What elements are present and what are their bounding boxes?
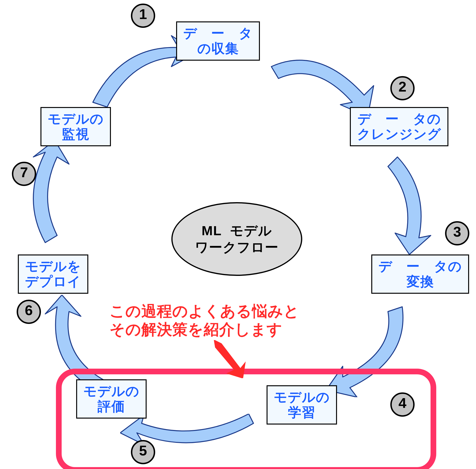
step-box-3: デ ー タの 変換 [371,255,469,294]
center-title: ML モデル ワークフロー [171,202,302,276]
step-box-4: モデルの 学習 [267,385,337,424]
badge-7: 7 [12,162,36,186]
arrow-7-to-1 [79,29,188,114]
badge-3: 3 [445,221,469,245]
arrow-2-to-3 [369,147,440,255]
step-box-2: デ ー タの クレンジング [350,107,448,146]
step-box-5: モデルの 評価 [76,379,147,419]
annotation-text: この過程のよくある悩みと その解決策を紹介します [109,302,299,339]
badge-6: 6 [17,300,41,324]
badge-5: 5 [131,440,155,464]
arrow-6-to-7 [17,140,88,247]
step-box-1: デ ー タ の収集 [176,21,260,61]
badge-1: 1 [131,3,155,28]
badge-2: 2 [390,76,415,100]
step-box-6: モデルを デプロイ [18,255,88,294]
pointer-arrow-icon [205,340,248,378]
svg-marker-0 [214,340,245,378]
ml-workflow-diagram: ML モデル ワークフロー デ ー タ の収集 デ ー タの クレンジング デ … [0,0,476,469]
badge-4: 4 [390,392,415,417]
step-box-7: モデルの 監視 [40,107,111,146]
